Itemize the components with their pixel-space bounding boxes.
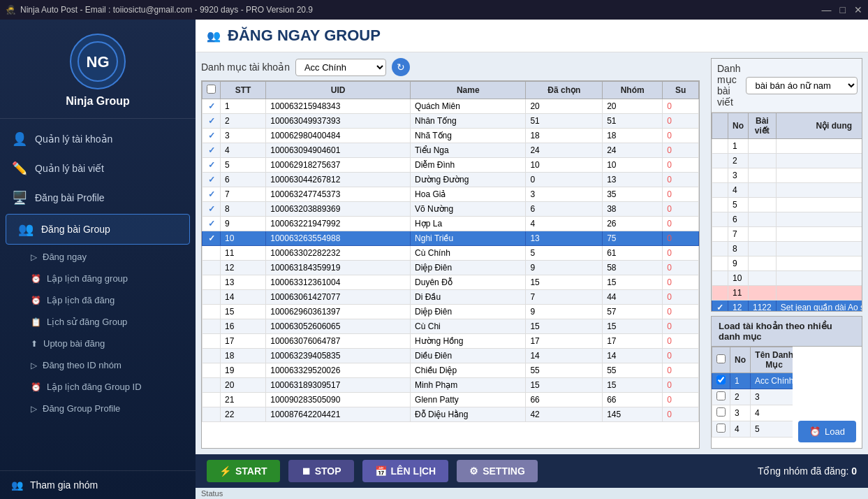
col-uid: UID (266, 82, 411, 99)
sub-item-uptop-bai-dang[interactable]: ⬆ Uptop bài đăng (0, 333, 196, 354)
logo-text: Ninja Group (66, 95, 130, 108)
post-category-select[interactable]: bài bán áo nữ nam (746, 77, 858, 94)
sidebar: NG Ninja Group 👤 Quản lý tài khoản ✏️ Qu… (0, 20, 196, 499)
sidebar-item-dang-bai-profile[interactable]: 🖥️ Đăng bài Profile (0, 183, 196, 212)
play-icon: ▷ (31, 252, 37, 262)
left-panel: Danh mục tài khoản Acc Chính ↻ STT UID N… (196, 52, 705, 454)
account-table-row: 15100062960361397Diệp Điên9570 (203, 305, 699, 319)
sub-label: Lập lịch đã đăng (47, 295, 115, 305)
post-table: No Bài viết Nội dung Danh mục Kiểu 12345… (712, 113, 862, 311)
sidebar-item-quan-ly-tai-khoan[interactable]: 👤 Quản lý tài khoản (0, 124, 196, 154)
account-table-row: 22100087642204421Đỗ Diệu Hằng421450 (203, 407, 699, 422)
minimize-button[interactable]: — (822, 4, 832, 15)
app-icon: 🥷 (6, 5, 16, 15)
account-table-row: 12100063184359919Diệp Điên9580 (203, 261, 699, 275)
title-bar-text: Ninja Auto Post - Email : toiiosictu@gma… (20, 5, 313, 15)
list-icon: 📋 (31, 317, 41, 327)
maximize-button[interactable]: □ (840, 4, 846, 15)
stop-label: STOP (315, 465, 341, 477)
sidebar-item-dang-bai-group[interactable]: 👥 Đăng bài Group (6, 214, 190, 245)
sub-label: Lịch sử đăng Group (47, 317, 127, 327)
schedule-button[interactable]: 📅 LÊN LỊCH (362, 460, 449, 482)
status-bar: Status (196, 488, 868, 499)
account-table-row: ✓2100063049937393Nhân Tống51510 (203, 114, 699, 129)
nav-label: Đăng bài Profile (35, 192, 105, 203)
sub-item-dang-ngay[interactable]: ▷ Đăng ngay (0, 246, 196, 268)
sub-item-dang-theo-id-nhom[interactable]: ▷ Đăng theo ID nhóm (0, 354, 196, 376)
account-table-row: 21100090283505090Glenn Patty66660 (203, 393, 699, 407)
sub-item-lap-lich-dang-group-id[interactable]: ⏰ Lập lịch đăng Group ID (0, 376, 196, 398)
account-table-row: ✓10100063263554988Nghi Triều13750 (203, 231, 699, 246)
load-row-checkbox[interactable] (716, 424, 726, 433)
load-button[interactable]: ⏰ Load (798, 421, 856, 442)
col-group: Nhóm (603, 82, 663, 99)
sub-item-dang-group-profile[interactable]: ▷ Đăng Group Profile (0, 398, 196, 419)
sub-item-lich-su-dang-group[interactable]: 📋 Lịch sử đăng Group (0, 311, 196, 333)
sub-label: Uptop bài đăng (43, 338, 105, 349)
sidebar-bottom-item[interactable]: 👥 Tham gia nhóm (0, 470, 196, 499)
sub-label: Đăng ngay (43, 252, 87, 262)
title-bar: 🥷 Ninja Auto Post - Email : toiiosictu@g… (0, 0, 868, 20)
nav-label: Đăng bài Group (41, 224, 110, 235)
account-refresh-button[interactable]: ↻ (392, 58, 410, 76)
start-label: START (235, 465, 267, 477)
account-category-select[interactable]: Acc Chính (295, 59, 386, 76)
start-button[interactable]: ⚡ START (207, 460, 280, 482)
account-table-row: ✓5100062918275637Diễm Đình10100 (203, 158, 699, 173)
post-table-row: 2 (712, 154, 862, 168)
load-table-row: 23 (712, 389, 793, 405)
sidebar-logo: NG Ninja Group (0, 20, 196, 119)
content-area: 👥 ĐĂNG NGAY GROUP Danh mục tài khoản Acc… (196, 20, 868, 499)
sub-item-lap-lich-dang-group[interactable]: ⏰ Lập lịch đăng group (0, 268, 196, 289)
account-table-row: 11100063302282232Cù Chính5610 (203, 246, 699, 261)
select-all-load[interactable] (716, 354, 726, 363)
account-section-label: Danh mục tài khoản (201, 62, 290, 73)
account-header: Danh mục tài khoản Acc Chính ↻ (201, 58, 700, 76)
post-table-row: 11 (712, 286, 862, 301)
setting-label: SETTING (483, 465, 525, 477)
account-table-row: ✓1100063215948343Quách Miên20200 (203, 99, 699, 114)
play-icon-3: ▷ (31, 404, 37, 414)
post-section: Danh mục bài viết bài bán áo nữ nam ↻ No… (711, 58, 862, 312)
account-table-row: 19100063329520026Chiều Diệp55550 (203, 363, 699, 378)
logo-circle: NG (70, 34, 126, 89)
load-row-checkbox[interactable] (716, 407, 726, 417)
post-header: Danh mục bài viết bài bán áo nữ nam ↻ (712, 59, 862, 113)
sub-item-lap-lich-da-dang[interactable]: ⏰ Lập lịch đã đăng (0, 289, 196, 311)
gear-icon: ⚙ (469, 465, 478, 477)
profile-icon: 🖥️ (11, 190, 28, 205)
group-icon: 👥 (17, 222, 34, 237)
post-table-row: 8 (712, 242, 862, 256)
play-icon-2: ▷ (31, 361, 37, 370)
load-col-no: No (730, 347, 751, 373)
account-table-row: ✓7100063247745373Hoa Giả3350 (203, 187, 699, 202)
sidebar-item-quan-ly-bai-viet[interactable]: ✏️ Quản lý bài viết (0, 154, 196, 183)
select-all-accounts[interactable] (207, 85, 216, 94)
account-table-row: ✓3100062980400484Nhã Tống18180 (203, 129, 699, 143)
account-table-row: 16100063052606065Cù Chi15150 (203, 319, 699, 334)
account-table-row: 18100063239405835Diều Điên14140 (203, 349, 699, 363)
status-text: Status (201, 489, 223, 498)
post-col-noi-dung: Nội dung (776, 113, 862, 139)
account-table: STT UID Name Đã chọn Nhóm Su ✓1100063215… (202, 81, 699, 422)
close-button[interactable]: ✕ (854, 4, 862, 15)
load-row-checkbox[interactable] (716, 391, 726, 400)
stop-button[interactable]: ⏹ STOP (288, 460, 354, 482)
stop-icon: ⏹ (301, 465, 311, 477)
account-table-row: ✓9100063221947992Hợp La4260 (203, 217, 699, 231)
post-table-row: 9 (712, 256, 862, 271)
col-name: Name (411, 82, 526, 99)
user-icon: 👤 (11, 131, 28, 147)
post-table-row: 10 (712, 271, 862, 286)
setting-button[interactable]: ⚙ SETTING (457, 460, 538, 482)
load-btn-label: Load (825, 426, 845, 437)
clock-icon-2: ⏰ (31, 296, 41, 305)
main-layout: NG Ninja Group 👤 Quản lý tài khoản ✏️ Qu… (0, 20, 868, 499)
post-table-row: 4 (712, 183, 862, 198)
post-section-label: Danh mục bài viết (717, 63, 740, 108)
post-col-no: No (728, 113, 749, 139)
sub-label: Đăng Group Profile (43, 403, 120, 414)
load-row-checkbox[interactable] (716, 375, 726, 384)
page-icon: 👥 (207, 29, 221, 43)
load-table-row: 34 (712, 405, 793, 421)
